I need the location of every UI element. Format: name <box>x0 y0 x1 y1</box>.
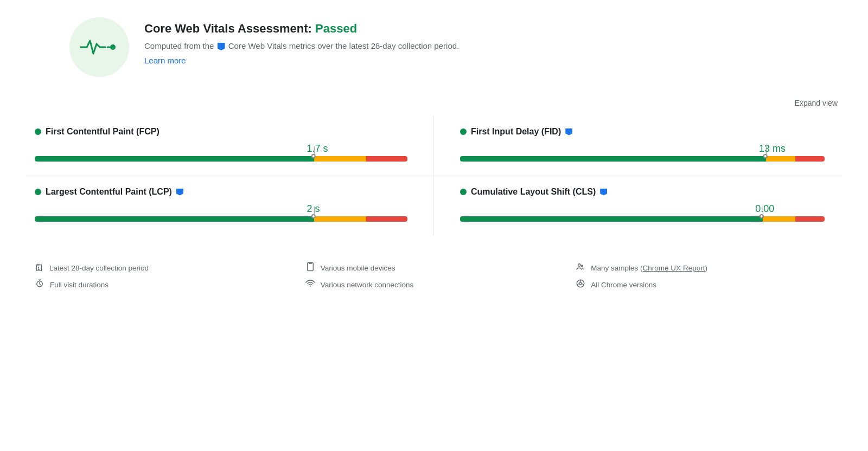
footer-chrome-versions-text: All Chrome versions <box>591 281 656 289</box>
footer-item-visit-durations: Full visit durations <box>35 279 292 291</box>
svg-point-4 <box>578 264 581 267</box>
bar-container-lcp: 2 s <box>35 203 407 222</box>
footer-item-many-samples: Many samples (Chrome UX Report) <box>576 262 833 274</box>
metric-title-fcp: First Contentful Paint (FCP) <box>46 127 159 137</box>
bar-track-cls <box>460 216 825 222</box>
expand-view-row: Expand view <box>26 99 842 107</box>
footer-item-mobile-devices: Various mobile devices <box>305 262 563 274</box>
metric-header-fcp: First Contentful Paint (FCP) <box>35 127 407 137</box>
metric-flag-lcp <box>176 189 183 196</box>
header-section: Core Web Vitals Assessment: Passed Compu… <box>26 17 842 77</box>
expand-view-button[interactable]: Expand view <box>795 99 838 107</box>
assessment-title: Core Web Vitals Assessment: Passed <box>144 22 459 36</box>
bar-marker-lcp <box>313 207 316 218</box>
bar-marker-cls <box>762 207 764 218</box>
bar-track-fid <box>460 156 825 162</box>
metric-value-cls: 0.00 <box>755 203 774 215</box>
svg-point-1 <box>110 44 116 50</box>
bar-track-fcp <box>35 156 407 162</box>
footer-mobile-devices-text: Various mobile devices <box>321 264 395 272</box>
bar-container-cls: 0.00 <box>460 203 825 222</box>
metric-dot-fid <box>460 128 467 135</box>
metric-header-fid: First Input Delay (FID) <box>460 127 825 137</box>
bar-marker-fid <box>765 146 768 158</box>
bar-green-fcp <box>35 156 314 162</box>
metric-dot-cls <box>460 189 467 195</box>
footer-network-connections-text: Various network connections <box>321 281 414 289</box>
bar-track-lcp <box>35 216 407 222</box>
header-text: Core Web Vitals Assessment: Passed Compu… <box>144 17 459 66</box>
assessment-status: Passed <box>315 22 357 35</box>
title-prefix: Core Web Vitals Assessment: <box>144 22 312 35</box>
metric-value-fid: 13 ms <box>759 143 786 154</box>
metric-header-cls: Cumulative Layout Shift (CLS) <box>460 187 825 197</box>
vitals-icon <box>80 36 118 58</box>
samples-icon <box>576 262 585 274</box>
footer-collection-period-text: Latest 28-day collection period <box>49 264 149 272</box>
svg-point-5 <box>582 265 583 267</box>
chrome-ux-report-link[interactable]: Chrome UX Report <box>643 264 705 272</box>
timer-icon <box>35 279 44 291</box>
mobile-icon <box>305 262 315 274</box>
metric-title-fid: First Input Delay (FID) <box>471 127 561 137</box>
network-icon <box>305 279 315 291</box>
bar-red-fcp <box>366 156 407 162</box>
cwv-flag-icon <box>218 43 225 50</box>
bar-red-cls <box>795 216 825 222</box>
bar-green-lcp <box>35 216 314 222</box>
assessment-description: Computed from the Core Web Vitals metric… <box>144 40 459 53</box>
bar-green-fid <box>460 156 766 162</box>
bar-marker-fcp <box>313 146 316 158</box>
bar-red-fid <box>795 156 825 162</box>
calendar-icon: 🗓 <box>35 263 44 274</box>
footer-item-collection-period: 🗓 Latest 28-day collection period <box>35 262 292 274</box>
svg-point-9 <box>579 282 582 285</box>
metrics-grid: First Contentful Paint (FCP) 1.7 s <box>26 116 842 236</box>
metric-flag-fid <box>565 128 572 136</box>
metric-header-lcp: Largest Contentful Paint (LCP) <box>35 187 407 197</box>
svg-rect-3 <box>309 263 312 264</box>
metric-value-fcp: 1.7 s <box>307 143 328 154</box>
bar-orange-cls <box>763 216 795 222</box>
bar-orange-lcp <box>314 216 366 222</box>
learn-more-link[interactable]: Learn more <box>144 56 186 65</box>
bar-red-lcp <box>366 216 407 222</box>
vitals-icon-circle <box>69 17 129 77</box>
bar-orange-fcp <box>314 156 366 162</box>
metric-flag-cls <box>600 189 607 196</box>
metric-dot-lcp <box>35 189 41 195</box>
metric-title-lcp: Largest Contentful Paint (LCP) <box>46 187 172 197</box>
metric-title-cls: Cumulative Layout Shift (CLS) <box>471 187 596 197</box>
bar-container-fcp: 1.7 s <box>35 143 407 162</box>
chrome-icon <box>576 279 585 291</box>
footer-visit-durations-text: Full visit durations <box>50 281 108 289</box>
metric-panel-fcp: First Contentful Paint (FCP) 1.7 s <box>26 116 434 176</box>
footer-item-chrome-versions: All Chrome versions <box>576 279 833 291</box>
bar-orange-fid <box>766 156 795 162</box>
metric-panel-cls: Cumulative Layout Shift (CLS) 0.00 <box>434 176 842 236</box>
metric-panel-lcp: Largest Contentful Paint (LCP) 2 s <box>26 176 434 236</box>
footer-many-samples-text: Many samples (Chrome UX Report) <box>591 264 707 272</box>
metric-dot-fcp <box>35 128 41 135</box>
bar-container-fid: 13 ms <box>460 143 825 162</box>
svg-point-7 <box>310 286 311 287</box>
bar-green-cls <box>460 216 763 222</box>
metric-panel-fid: First Input Delay (FID) 13 ms <box>434 116 842 176</box>
footer-item-network-connections: Various network connections <box>305 279 563 291</box>
footer-info: 🗓 Latest 28-day collection period Variou… <box>26 253 842 300</box>
